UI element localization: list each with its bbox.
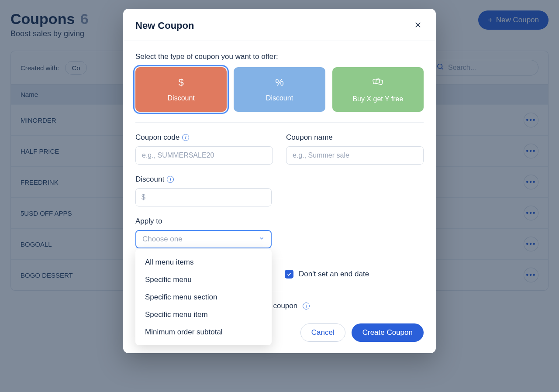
dollar-prefix: $: [141, 193, 145, 201]
no-end-date-label: Don't set an end date: [299, 270, 369, 279]
coupon-type-percent[interactable]: % Discount: [234, 67, 325, 112]
coupon-code-label: Coupon code: [135, 133, 179, 142]
percent-icon: %: [238, 77, 321, 88]
close-icon: [414, 24, 422, 30]
dropdown-item[interactable]: All menu items: [135, 254, 272, 271]
info-icon[interactable]: i: [303, 303, 310, 309]
apply-to-label: Apply to: [135, 217, 162, 226]
dropdown-item[interactable]: Minimum order subtotal: [135, 323, 272, 341]
new-coupon-modal: New Coupon Select the type of coupon you…: [123, 9, 436, 353]
checkbox-checked-icon: [285, 270, 293, 279]
coupon-code-input[interactable]: [135, 146, 273, 165]
coupon-type-percent-label: Discount: [266, 94, 293, 102]
chevron-down-icon: [259, 235, 265, 244]
discount-label: Discount: [135, 175, 164, 184]
type-prompt: Select the type of coupon you want to of…: [135, 52, 424, 61]
info-icon[interactable]: i: [182, 134, 189, 141]
close-button[interactable]: [412, 19, 424, 32]
dropdown-item[interactable]: Specific menu item: [135, 306, 272, 323]
coupon-type-dollar[interactable]: $ Discount: [135, 67, 227, 112]
create-coupon-button[interactable]: Create Coupon: [352, 323, 424, 342]
coupon-type-bogo-label: Buy X get Y free: [352, 95, 403, 103]
info-icon[interactable]: i: [167, 176, 174, 183]
divider: [135, 122, 424, 123]
coupon-type-bogo[interactable]: Buy X get Y free: [332, 67, 424, 112]
apply-to-select[interactable]: Choose one: [135, 230, 272, 248]
modal-title: New Coupon: [135, 20, 194, 31]
dollar-icon: $: [140, 77, 222, 88]
apply-to-placeholder: Choose one: [142, 235, 183, 244]
no-end-date-checkbox[interactable]: Don't set an end date: [285, 270, 424, 279]
ticket-icon: [337, 77, 419, 89]
discount-input[interactable]: [135, 188, 272, 206]
coupon-name-input[interactable]: [286, 146, 424, 165]
cancel-button[interactable]: Cancel: [300, 323, 345, 342]
coupon-name-label: Coupon name: [286, 133, 333, 142]
apply-to-dropdown: All menu itemsSpecific menuSpecific menu…: [135, 249, 272, 345]
dropdown-item[interactable]: Specific menu section: [135, 289, 272, 306]
dropdown-item[interactable]: Specific menu: [135, 271, 272, 289]
coupon-type-dollar-label: Discount: [168, 94, 195, 102]
